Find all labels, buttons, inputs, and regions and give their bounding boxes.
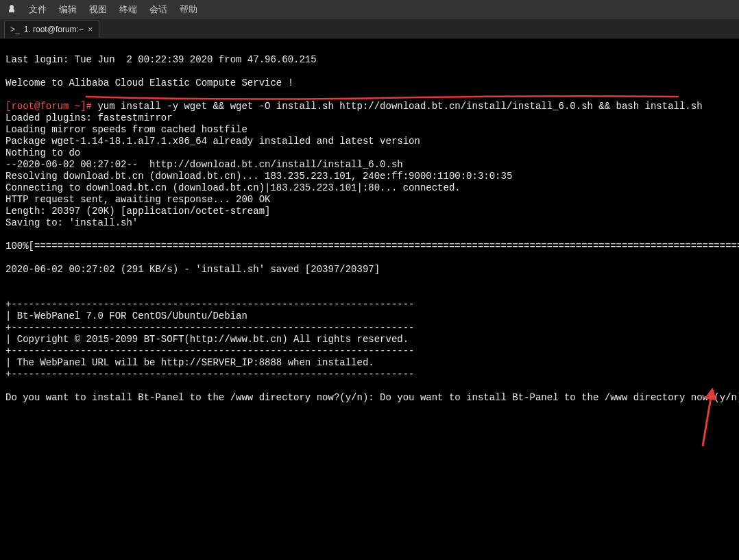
last-login-line: Last login: Tue Jun 2 00:22:39 2020 from… <box>5 54 317 65</box>
menu-edit[interactable]: 编辑 <box>59 3 77 16</box>
annotation-underline <box>86 94 679 104</box>
terminal-area[interactable]: Last login: Tue Jun 2 00:22:39 2020 from… <box>0 38 739 478</box>
tab-terminal-1[interactable]: >_ 1. root@forum:~ × <box>4 20 99 38</box>
menu-terminal[interactable]: 终端 <box>119 3 137 16</box>
menu-view[interactable]: 视图 <box>89 3 107 16</box>
welcome-line: Welcome to Alibaba Cloud Elastic Compute… <box>5 77 293 88</box>
tab-bar: >_ 1. root@forum:~ × <box>0 19 739 38</box>
menu-help[interactable]: 帮助 <box>180 3 197 16</box>
menu-file[interactable]: 文件 <box>29 3 47 16</box>
terminal-output: Loaded plugins: fastestmirror Loading mi… <box>5 112 734 404</box>
close-icon[interactable]: × <box>88 24 93 34</box>
penguin-icon <box>7 4 16 16</box>
menu-bar: 文件 编辑 视图 终端 会话 帮助 <box>0 0 739 19</box>
terminal-icon: >_ <box>10 25 20 34</box>
menu-session[interactable]: 会话 <box>149 3 167 16</box>
shell-prompt: [root@forum ~]# <box>5 101 97 112</box>
tab-title: 1. root@forum:~ <box>24 25 84 34</box>
